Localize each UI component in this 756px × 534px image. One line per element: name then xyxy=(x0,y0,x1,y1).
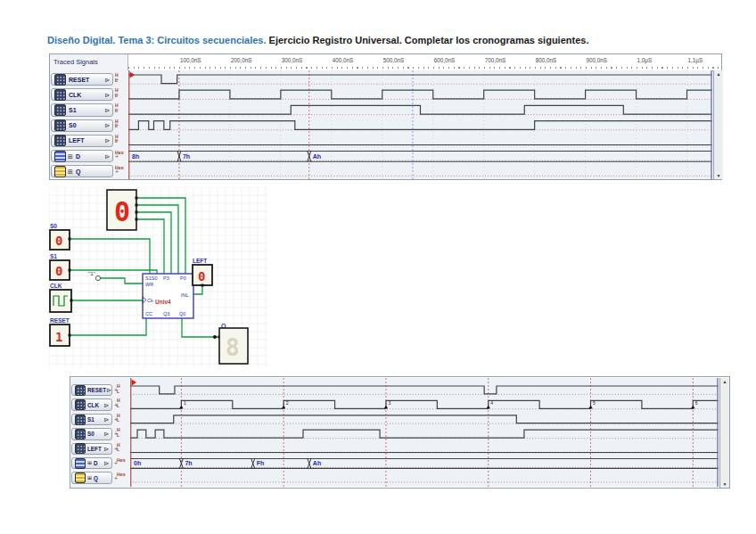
signal-button[interactable]: ⊞ LEFT ⊳ xyxy=(71,443,112,455)
wave-background xyxy=(128,70,712,179)
constant-one-node xyxy=(95,275,100,280)
signal-button[interactable]: ⊞ CLK ⊳ xyxy=(71,398,112,410)
level-labels: HL xyxy=(115,88,127,102)
signal-button[interactable]: ⊞ Q ⊳ xyxy=(71,472,112,483)
signal-row-q: ⊞ Q ⊳ + Hex xyxy=(70,471,130,485)
scroll-up-icon[interactable]: ▲ xyxy=(722,379,727,384)
signal-icon xyxy=(75,429,86,440)
clock-edge-number: 6 xyxy=(695,400,698,406)
signal-icon xyxy=(75,472,86,483)
signal-row-s0: ⊞ S0 ⊳ + HL xyxy=(50,119,128,134)
expand-icon[interactable]: ⊞ xyxy=(87,460,92,466)
pin-dot xyxy=(69,269,71,272)
probe-arrow-icon: ⊳ xyxy=(104,153,110,160)
signal-row-s0: ⊞ S0 ⊳ + HL xyxy=(70,427,130,441)
waveform-area[interactable]: 0h7hFhAh123456 xyxy=(130,378,719,488)
signal-name: CLK xyxy=(87,402,99,408)
ruler-label: 200,0nS xyxy=(231,57,251,63)
ruler-label: 1,0µS xyxy=(637,57,653,63)
probe-arrow-icon: ⊳ xyxy=(106,387,111,393)
signal-name: S1 xyxy=(87,416,94,423)
page-title: Diseño Digital. Tema 3: Circuitos secuen… xyxy=(47,35,588,45)
bus-value-d: 0h xyxy=(134,460,141,466)
chip-pin-inl: INL xyxy=(181,292,189,298)
signal-row-reset: ⊞ RESET ⊳ + HL xyxy=(70,383,130,398)
probe-arrow-icon: ⊳ xyxy=(103,416,109,423)
probe-arrow-icon: ⊳ xyxy=(103,446,109,452)
level-labels: Hex xyxy=(117,472,128,484)
signal-button[interactable]: ⊞ D ⊳ xyxy=(71,457,112,469)
level-labels: Hex xyxy=(115,165,127,178)
signal-button[interactable]: ⊞ RESET ⊳ xyxy=(51,73,113,86)
signal-button[interactable]: ⊞ S0 ⊳ xyxy=(71,428,112,440)
signal-name: S0 xyxy=(69,122,77,128)
signal-icon xyxy=(75,415,86,425)
waveform-area[interactable]: 8h7hAh xyxy=(128,70,712,179)
expand-icon[interactable]: ⊞ xyxy=(68,153,73,160)
title-exercise: Ejercicio Registro Universal. xyxy=(269,35,405,45)
input-digit: 1 xyxy=(55,330,62,344)
signal-button[interactable]: ⊞ S1 ⊳ xyxy=(71,414,112,425)
scroll-up-icon[interactable]: ▲ xyxy=(716,71,721,77)
pin-dot xyxy=(136,197,138,200)
signal-icon xyxy=(75,458,86,469)
signal-row-clk: ⊞ CLK ⊳ + HL xyxy=(70,398,130,412)
probe-arrow-icon: ⊳ xyxy=(104,107,110,113)
signal-name: D xyxy=(76,153,80,160)
waveform-plot[interactable]: 0h7hFhAh123456 xyxy=(130,378,719,487)
junction-dot xyxy=(213,335,217,339)
signal-row-s1: ⊞ S1 ⊳ + HL xyxy=(70,413,130,427)
input-label-reset: RESET xyxy=(50,317,70,324)
signal-row-q: ⊞ Q ⊳ + Hex xyxy=(50,164,128,179)
pin-dot xyxy=(201,284,204,287)
pin-dot xyxy=(70,300,73,302)
signal-icon xyxy=(54,89,66,101)
signal-name: S1 xyxy=(69,107,77,113)
ruler-label: 700,0nS xyxy=(485,57,505,63)
signal-name: LEFT xyxy=(69,137,85,144)
signal-row-d: ⊞ D ⊳ + Hex xyxy=(50,149,128,164)
probe-arrow-icon: ⊳ xyxy=(104,137,110,144)
expand-icon[interactable]: ⊞ xyxy=(68,168,73,175)
signal-name: RESET xyxy=(87,387,106,393)
waveform-plot[interactable]: 8h7hAh xyxy=(128,70,712,179)
signal-icon xyxy=(54,135,66,146)
chip-pin-q3: Q3 xyxy=(163,311,169,316)
circuit-diagram: 0S1S0P3P0WRCkINLCCQ3Q0Univ4S00S10CLKRESE… xyxy=(49,187,267,367)
ruler-label: 100,0nS xyxy=(180,57,201,63)
signal-button[interactable]: ⊞ S1 ⊳ xyxy=(51,103,113,116)
probe-arrow-icon: ⊳ xyxy=(104,77,110,83)
signal-name: D xyxy=(94,460,98,466)
vertical-scrollbar[interactable]: ▲ ▼ xyxy=(719,378,729,488)
expand-icon[interactable]: ⊞ xyxy=(87,475,92,481)
level-labels: HL xyxy=(117,414,128,426)
signal-button[interactable]: ⊞ LEFT ⊳ xyxy=(51,135,113,147)
input-digit: 0 xyxy=(55,264,62,278)
signal-button[interactable]: ⊞ RESET ⊳ xyxy=(71,384,112,396)
bus-value-d: 7h xyxy=(183,153,190,160)
scroll-down-icon[interactable]: ▼ xyxy=(722,481,727,487)
ruler-label: 600,0nS xyxy=(434,57,455,63)
ruler-label: 300,0nS xyxy=(282,57,302,63)
signal-button[interactable]: ⊞ S0 ⊳ xyxy=(51,119,113,132)
pin-dot xyxy=(69,238,71,241)
input-label-s1: S1 xyxy=(50,253,57,259)
display-q-ghost-digit: 8 xyxy=(226,334,240,361)
signal-name: LEFT xyxy=(87,446,102,452)
level-labels: HL xyxy=(117,384,128,397)
scroll-down-icon[interactable]: ▼ xyxy=(716,173,721,178)
level-labels: HL xyxy=(115,103,127,117)
input-digit: 0 xyxy=(198,269,205,283)
signal-button[interactable]: ⊞ Q ⊳ xyxy=(51,165,113,177)
chip-pin-cc: CC xyxy=(145,311,152,316)
chip-pin-wr: WR xyxy=(145,282,153,287)
signal-row-left: ⊞ LEFT ⊳ + HL xyxy=(50,134,128,149)
signal-button[interactable]: ⊞ D ⊳ xyxy=(51,150,113,162)
input-label-s0: S0 xyxy=(50,223,57,229)
vertical-scrollbar[interactable]: ▲ ▼ xyxy=(713,70,723,179)
display-digit: 0 xyxy=(114,196,130,227)
level-labels: HL xyxy=(115,73,127,86)
signal-list: ⊞ RESET ⊳ + HL ⊞ CLK ⊳ + HL ⊞ S1 ⊳ + HL … xyxy=(70,378,130,488)
pin-dot xyxy=(136,204,138,207)
signal-button[interactable]: ⊞ CLK ⊳ xyxy=(51,88,113,101)
